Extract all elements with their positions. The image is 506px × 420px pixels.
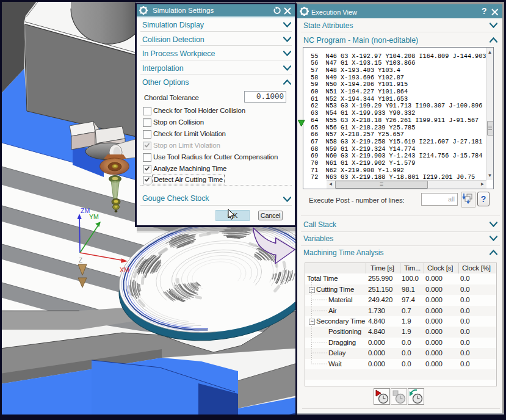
svg-text:XM: XM: [120, 266, 129, 273]
svg-text:YM: YM: [89, 213, 99, 220]
svg-text:ZM: ZM: [81, 207, 90, 214]
svg-text:Z: Z: [79, 257, 82, 264]
